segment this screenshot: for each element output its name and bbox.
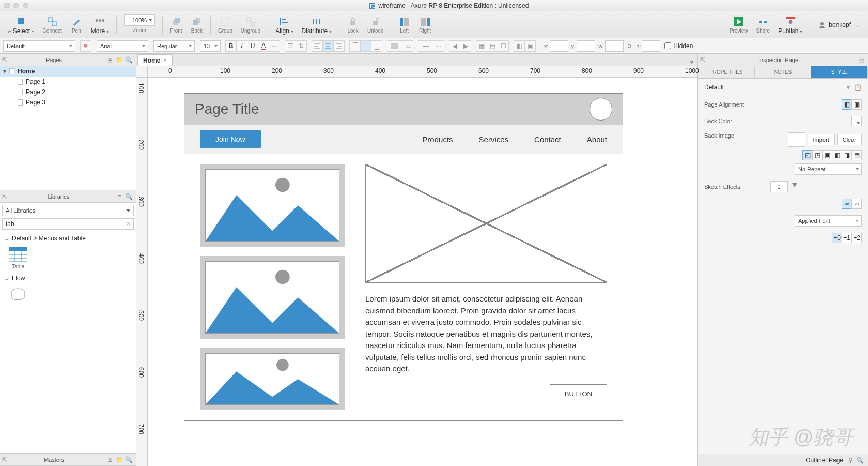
align-center-icon[interactable]: ▣ <box>851 99 862 110</box>
sketch-slider[interactable] <box>792 186 858 188</box>
valign-top-button[interactable]: ▔ <box>349 40 361 52</box>
copy-style-icon[interactable]: 📋 <box>854 84 862 91</box>
search-libs-icon[interactable]: 🔍 <box>125 192 133 201</box>
pos2-icon[interactable]: ◳ <box>812 150 823 160</box>
more-tools[interactable]: •••More ▾ <box>87 13 113 36</box>
tab-menu-icon[interactable]: ▾ <box>686 58 698 66</box>
inspector-menu-icon[interactable]: ▤ <box>857 56 865 64</box>
spacing-button[interactable]: ⇅ <box>296 40 307 52</box>
tree-row[interactable]: Page 3 <box>0 97 136 108</box>
nav-link[interactable]: Contact <box>534 135 561 144</box>
lock-button[interactable]: Lock <box>343 13 363 36</box>
search-pages-icon[interactable]: 🔍 <box>125 56 133 64</box>
gray-mode-icon[interactable]: ▱ <box>851 199 862 209</box>
tab-style[interactable]: STYLE <box>811 66 868 78</box>
hidden-checkbox[interactable]: Hidden <box>664 42 693 50</box>
nav-link[interactable]: Services <box>479 135 509 144</box>
canvas[interactable]: Page Title Join Now Products Services Co… <box>148 78 698 466</box>
distribute-button[interactable]: Distribute ▾ <box>298 13 336 36</box>
image-placeholder[interactable] <box>200 164 345 247</box>
w-input[interactable] <box>605 40 624 52</box>
preview-button[interactable]: Preview <box>725 13 752 36</box>
pin-icon[interactable]: ⇱ <box>700 56 705 64</box>
body-text[interactable]: Lorem ipsum dolor sit amet, consectetur … <box>365 293 607 375</box>
add-folder-icon[interactable]: 📁 <box>115 56 123 64</box>
widget-flow[interactable] <box>5 287 31 302</box>
library-search[interactable]: tab× <box>2 218 134 230</box>
paint-format-icon[interactable] <box>80 40 91 52</box>
pin-icon[interactable]: ⇱ <box>2 56 7 64</box>
fill-button[interactable] <box>387 40 402 52</box>
filter-icon[interactable]: ⚲ <box>848 457 853 464</box>
offset-1[interactable]: +1 <box>842 233 852 243</box>
image-swatch[interactable] <box>788 132 805 147</box>
pin-icon[interactable]: ⇱ <box>2 193 7 200</box>
publish-button[interactable]: Publish ▾ <box>774 13 807 36</box>
ungroup-button[interactable]: Ungroup <box>237 13 265 36</box>
library-selector[interactable]: All Libraries <box>2 205 134 216</box>
x-input[interactable] <box>550 40 568 52</box>
lib-menu-icon[interactable]: ≡ <box>115 192 123 201</box>
dock-right-button[interactable]: Right <box>415 13 436 36</box>
font-select[interactable]: Arial <box>97 40 148 52</box>
weight-select[interactable]: Regular <box>153 40 195 52</box>
offset-2[interactable]: +2 <box>851 233 862 243</box>
ext2-button[interactable]: ▤ <box>487 40 498 52</box>
link-icon[interactable] <box>627 43 632 49</box>
nav-link[interactable]: About <box>587 135 607 144</box>
dock-left-button[interactable]: Left <box>394 13 415 36</box>
offset-0[interactable]: +0 <box>832 233 842 243</box>
unlock-button[interactable]: Unlock <box>363 13 388 36</box>
align-left-icon[interactable]: ◧ <box>842 99 852 110</box>
underline-button[interactable]: U <box>247 40 258 52</box>
import-button[interactable]: Import <box>808 134 835 145</box>
line-width-button[interactable]: — <box>418 40 433 52</box>
close-tab-icon[interactable]: × <box>163 57 167 64</box>
align-left-button[interactable] <box>312 40 323 52</box>
more-text-button[interactable]: ⋯ <box>269 40 280 52</box>
avatar-placeholder[interactable] <box>590 98 612 121</box>
canvas-tab[interactable]: Home× <box>137 54 173 66</box>
arrow-start-button[interactable]: ◀ <box>449 40 460 52</box>
ext1-button[interactable]: ▦ <box>476 40 487 52</box>
style-select[interactable]: Default <box>3 40 75 52</box>
repeat-select[interactable]: No Repeat <box>795 163 862 175</box>
tree-row-home[interactable]: ▾Home <box>0 66 136 77</box>
select-tool[interactable]: ⌐ Select ⌐ <box>4 13 39 36</box>
chevron-down-icon[interactable]: ▾ <box>847 84 850 91</box>
pos4-icon[interactable]: ◧ <box>832 150 842 160</box>
image-placeholder[interactable] <box>200 256 345 339</box>
add-master-icon[interactable]: ⊞ <box>106 456 114 464</box>
pin-icon[interactable]: ⇱ <box>2 456 7 463</box>
zoom-window-icon[interactable] <box>23 3 28 8</box>
tab-notes[interactable]: NOTES <box>755 66 812 78</box>
connect-tool[interactable]: Connect <box>39 13 66 36</box>
wireframe-page[interactable]: Page Title Join Now Products Services Co… <box>184 93 623 421</box>
nav-link[interactable]: Products <box>422 135 453 144</box>
arrow-end-button[interactable]: ▶ <box>460 40 471 52</box>
valign-middle-button[interactable]: ═ <box>360 40 371 52</box>
send-back-button[interactable]: Back <box>187 13 207 36</box>
close-window-icon[interactable] <box>4 3 10 8</box>
tree-row[interactable]: Page 1 <box>0 77 136 87</box>
add-master-folder-icon[interactable]: 📁 <box>115 456 123 464</box>
border-button[interactable]: ▭ <box>402 40 413 52</box>
zoom-control[interactable]: 100%Zoom <box>120 13 159 34</box>
group-button[interactable]: Group <box>214 13 237 36</box>
bring-front-button[interactable]: Front <box>166 13 187 36</box>
ext3-button[interactable]: ☐ <box>498 40 509 52</box>
clear-search-icon[interactable]: × <box>127 220 130 228</box>
pos6-icon[interactable]: ▤ <box>851 150 862 160</box>
italic-button[interactable]: I <box>236 40 247 52</box>
page-title-text[interactable]: Page Title <box>195 101 590 117</box>
align-button[interactable]: Align ▾ <box>271 13 297 36</box>
bold-button[interactable]: B <box>225 40 237 52</box>
applied-font-select[interactable]: Applied Font <box>795 215 862 227</box>
join-now-button[interactable]: Join Now <box>200 130 261 148</box>
library-category[interactable]: ⌵Default > Menus and Table <box>0 232 136 245</box>
color-mode-icon[interactable]: ▰ <box>842 199 852 209</box>
pos5-icon[interactable]: ◨ <box>842 150 852 160</box>
minimize-window-icon[interactable] <box>13 3 19 8</box>
pos3-icon[interactable]: ▣ <box>822 150 832 160</box>
bullets-button[interactable]: ☰ <box>285 40 296 52</box>
